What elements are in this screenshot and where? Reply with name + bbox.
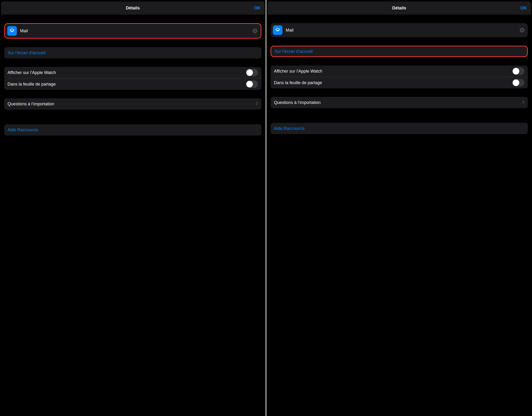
- shortcut-name-row[interactable]: Mail: [4, 23, 261, 39]
- apple-watch-row: Afficher sur l’Apple Watch: [4, 67, 261, 78]
- close-icon: [254, 30, 256, 32]
- add-to-home-screen-label: Sur l’écran d’accueil: [8, 50, 46, 55]
- import-questions-label: Questions à l’importation: [274, 100, 321, 105]
- shortcut-icon[interactable]: [7, 26, 17, 36]
- shortcut-name-row[interactable]: Mail: [271, 23, 528, 37]
- share-sheet-row: Dans la feuille de partage: [271, 77, 528, 88]
- page-title: Détails: [392, 6, 406, 11]
- help-label: Aide Raccourcis: [274, 126, 305, 131]
- header: Détails OK: [267, 1, 531, 15]
- left-panel: Détails OK Mail Sur l’écran d’accueil: [0, 0, 266, 416]
- help-row[interactable]: Aide Raccourcis: [271, 123, 528, 134]
- add-to-home-screen-row[interactable]: Sur l’écran d’accueil: [271, 46, 528, 57]
- apple-watch-toggle[interactable]: [512, 67, 524, 75]
- import-questions-row[interactable]: Questions à l’importation: [271, 97, 528, 108]
- apple-watch-toggle[interactable]: [246, 69, 258, 76]
- shortcut-name-input[interactable]: Mail: [20, 28, 249, 33]
- clear-name-button[interactable]: [520, 28, 524, 33]
- share-sheet-row: Dans la feuille de partage: [4, 78, 261, 90]
- ok-button[interactable]: OK: [521, 6, 527, 11]
- apple-watch-row: Afficher sur l’Apple Watch: [271, 66, 528, 77]
- close-icon: [521, 29, 523, 31]
- share-sheet-toggle[interactable]: [512, 79, 524, 86]
- shortcut-name-input[interactable]: Mail: [286, 28, 516, 33]
- shortcuts-glyph-icon: [10, 28, 15, 33]
- share-sheet-label: Dans la feuille de partage: [274, 80, 322, 85]
- right-panel: Détails OK Mail Sur l’écran d’accueil: [266, 0, 532, 416]
- shortcuts-glyph-icon: [275, 28, 280, 33]
- content: Mail Sur l’écran d’accueil Afficher sur …: [0, 15, 266, 416]
- clear-name-button[interactable]: [253, 28, 257, 33]
- page-title: Détails: [126, 6, 140, 11]
- chevron-right-icon: [522, 100, 524, 105]
- apple-watch-label: Afficher sur l’Apple Watch: [274, 69, 322, 74]
- import-questions-row[interactable]: Questions à l’importation: [4, 98, 261, 110]
- ok-button[interactable]: OK: [254, 6, 260, 11]
- shortcut-icon[interactable]: [273, 26, 282, 35]
- help-label: Aide Raccourcis: [8, 128, 38, 132]
- header: Détails OK: [1, 1, 265, 15]
- share-sheet-label: Dans la feuille de partage: [8, 82, 56, 87]
- chevron-right-icon: [256, 102, 258, 106]
- help-row[interactable]: Aide Raccourcis: [4, 124, 261, 135]
- apple-watch-label: Afficher sur l’Apple Watch: [8, 70, 56, 75]
- add-to-home-screen-row[interactable]: Sur l’écran d’accueil: [4, 47, 261, 58]
- content: Mail Sur l’écran d’accueil Afficher sur …: [266, 15, 532, 416]
- share-sheet-toggle[interactable]: [246, 80, 258, 88]
- import-questions-label: Questions à l’importation: [8, 102, 54, 106]
- add-to-home-screen-label: Sur l’écran d’accueil: [275, 49, 313, 54]
